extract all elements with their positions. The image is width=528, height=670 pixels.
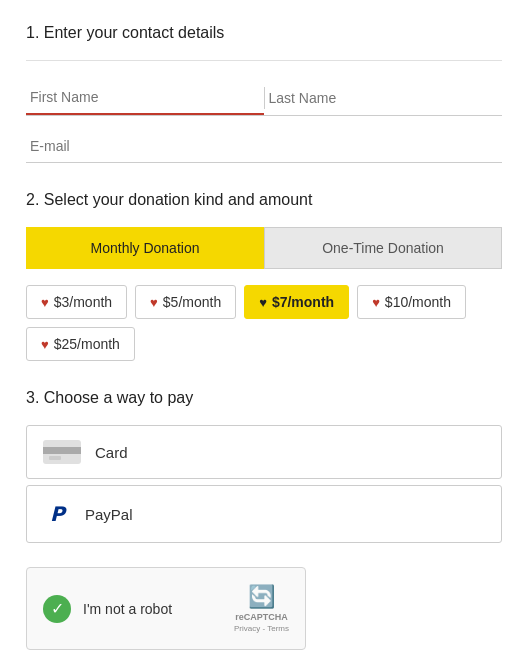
- section1-title: 1. Enter your contact details: [26, 24, 502, 42]
- captcha-label: I'm not a robot: [83, 601, 172, 617]
- donation-toggle: Monthly Donation One-Time Donation: [26, 227, 502, 269]
- contact-details-section: 1. Enter your contact details: [26, 24, 502, 163]
- section2-title: 2. Select your donation kind and amount: [26, 191, 502, 209]
- last-name-field[interactable]: [265, 81, 503, 115]
- amount-options: ♥ $3/month ♥ $5/month ♥ $7/month ♥ $10/m…: [26, 285, 502, 361]
- amount-25-label: $25/month: [54, 336, 120, 352]
- paypal-label: PayPal: [85, 506, 133, 523]
- card-option[interactable]: Card: [26, 425, 502, 479]
- amount-10-label: $10/month: [385, 294, 451, 310]
- captcha-widget[interactable]: ✓ I'm not a robot 🔄 reCAPTCHA Privacy - …: [26, 567, 306, 650]
- first-name-field[interactable]: [26, 81, 264, 115]
- captcha-privacy: Privacy - Terms: [234, 624, 289, 633]
- amount-7-label: $7/month: [272, 294, 334, 310]
- monthly-donation-toggle[interactable]: Monthly Donation: [26, 227, 264, 269]
- amount-3-label: $3/month: [54, 294, 112, 310]
- captcha-right: 🔄 reCAPTCHA Privacy - Terms: [234, 584, 289, 633]
- captcha-checkmark: ✓: [43, 595, 71, 623]
- amount-25[interactable]: ♥ $25/month: [26, 327, 135, 361]
- heart-icon-5: ♥: [150, 295, 158, 310]
- heart-icon-10: ♥: [372, 295, 380, 310]
- email-row: [26, 130, 502, 163]
- recaptcha-logo: 🔄: [248, 584, 275, 610]
- one-time-donation-toggle[interactable]: One-Time Donation: [264, 227, 502, 269]
- amount-10[interactable]: ♥ $10/month: [357, 285, 466, 319]
- paypal-option[interactable]: 𝗣 PayPal: [26, 485, 502, 543]
- name-row: [26, 81, 502, 116]
- recaptcha-brand: reCAPTCHA: [235, 612, 288, 622]
- heart-icon-25: ♥: [41, 337, 49, 352]
- amount-5-label: $5/month: [163, 294, 221, 310]
- payment-section: 3. Choose a way to pay Card 𝗣 PayPal: [26, 389, 502, 543]
- heart-icon-3: ♥: [41, 295, 49, 310]
- amount-5[interactable]: ♥ $5/month: [135, 285, 236, 319]
- card-icon: [43, 440, 81, 464]
- paypal-icon: 𝗣: [43, 500, 71, 528]
- donation-section: 2. Select your donation kind and amount …: [26, 191, 502, 361]
- heart-icon-7: ♥: [259, 295, 267, 310]
- amount-3[interactable]: ♥ $3/month: [26, 285, 127, 319]
- captcha-left: ✓ I'm not a robot: [43, 595, 172, 623]
- email-field[interactable]: [26, 130, 502, 162]
- amount-7[interactable]: ♥ $7/month: [244, 285, 349, 319]
- section3-title: 3. Choose a way to pay: [26, 389, 502, 407]
- card-label: Card: [95, 444, 128, 461]
